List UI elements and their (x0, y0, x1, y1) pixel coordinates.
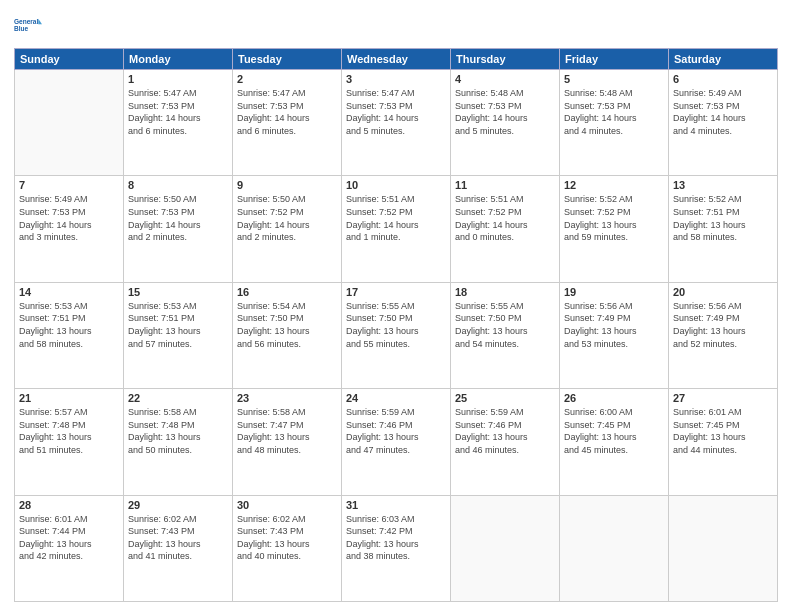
day-info: Sunrise: 5:51 AM Sunset: 7:52 PM Dayligh… (455, 193, 555, 243)
day-number: 15 (128, 286, 228, 298)
day-info: Sunrise: 5:58 AM Sunset: 7:47 PM Dayligh… (237, 406, 337, 456)
day-info: Sunrise: 5:47 AM Sunset: 7:53 PM Dayligh… (237, 87, 337, 137)
day-info: Sunrise: 5:59 AM Sunset: 7:46 PM Dayligh… (346, 406, 446, 456)
day-number: 1 (128, 73, 228, 85)
day-info: Sunrise: 5:56 AM Sunset: 7:49 PM Dayligh… (673, 300, 773, 350)
day-info: Sunrise: 5:55 AM Sunset: 7:50 PM Dayligh… (346, 300, 446, 350)
day-number: 31 (346, 499, 446, 511)
weekday-tuesday: Tuesday (233, 49, 342, 70)
day-number: 25 (455, 392, 555, 404)
calendar-cell: 17Sunrise: 5:55 AM Sunset: 7:50 PM Dayli… (342, 282, 451, 388)
day-info: Sunrise: 5:48 AM Sunset: 7:53 PM Dayligh… (455, 87, 555, 137)
day-info: Sunrise: 5:51 AM Sunset: 7:52 PM Dayligh… (346, 193, 446, 243)
calendar-cell: 26Sunrise: 6:00 AM Sunset: 7:45 PM Dayli… (560, 389, 669, 495)
day-number: 2 (237, 73, 337, 85)
day-number: 20 (673, 286, 773, 298)
day-number: 28 (19, 499, 119, 511)
weekday-wednesday: Wednesday (342, 49, 451, 70)
day-info: Sunrise: 5:53 AM Sunset: 7:51 PM Dayligh… (128, 300, 228, 350)
day-info: Sunrise: 5:47 AM Sunset: 7:53 PM Dayligh… (346, 87, 446, 137)
day-info: Sunrise: 5:48 AM Sunset: 7:53 PM Dayligh… (564, 87, 664, 137)
calendar-cell (451, 495, 560, 601)
day-info: Sunrise: 6:02 AM Sunset: 7:43 PM Dayligh… (237, 513, 337, 563)
day-number: 16 (237, 286, 337, 298)
calendar-cell: 29Sunrise: 6:02 AM Sunset: 7:43 PM Dayli… (124, 495, 233, 601)
calendar-cell: 13Sunrise: 5:52 AM Sunset: 7:51 PM Dayli… (669, 176, 778, 282)
day-info: Sunrise: 5:54 AM Sunset: 7:50 PM Dayligh… (237, 300, 337, 350)
day-number: 22 (128, 392, 228, 404)
day-info: Sunrise: 6:03 AM Sunset: 7:42 PM Dayligh… (346, 513, 446, 563)
calendar-cell: 11Sunrise: 5:51 AM Sunset: 7:52 PM Dayli… (451, 176, 560, 282)
day-number: 8 (128, 179, 228, 191)
calendar-cell: 28Sunrise: 6:01 AM Sunset: 7:44 PM Dayli… (15, 495, 124, 601)
day-info: Sunrise: 6:00 AM Sunset: 7:45 PM Dayligh… (564, 406, 664, 456)
calendar-cell: 25Sunrise: 5:59 AM Sunset: 7:46 PM Dayli… (451, 389, 560, 495)
day-number: 14 (19, 286, 119, 298)
calendar-cell (15, 70, 124, 176)
svg-text:Blue: Blue (14, 25, 28, 32)
week-row-3: 14Sunrise: 5:53 AM Sunset: 7:51 PM Dayli… (15, 282, 778, 388)
day-number: 13 (673, 179, 773, 191)
weekday-thursday: Thursday (451, 49, 560, 70)
day-number: 18 (455, 286, 555, 298)
calendar-cell: 31Sunrise: 6:03 AM Sunset: 7:42 PM Dayli… (342, 495, 451, 601)
day-number: 19 (564, 286, 664, 298)
calendar-cell: 9Sunrise: 5:50 AM Sunset: 7:52 PM Daylig… (233, 176, 342, 282)
calendar-cell: 8Sunrise: 5:50 AM Sunset: 7:53 PM Daylig… (124, 176, 233, 282)
day-info: Sunrise: 5:49 AM Sunset: 7:53 PM Dayligh… (19, 193, 119, 243)
calendar-cell: 7Sunrise: 5:49 AM Sunset: 7:53 PM Daylig… (15, 176, 124, 282)
day-number: 29 (128, 499, 228, 511)
day-info: Sunrise: 5:52 AM Sunset: 7:51 PM Dayligh… (673, 193, 773, 243)
calendar-cell: 24Sunrise: 5:59 AM Sunset: 7:46 PM Dayli… (342, 389, 451, 495)
calendar-cell: 20Sunrise: 5:56 AM Sunset: 7:49 PM Dayli… (669, 282, 778, 388)
day-info: Sunrise: 5:55 AM Sunset: 7:50 PM Dayligh… (455, 300, 555, 350)
day-number: 27 (673, 392, 773, 404)
day-number: 30 (237, 499, 337, 511)
calendar-cell: 23Sunrise: 5:58 AM Sunset: 7:47 PM Dayli… (233, 389, 342, 495)
day-number: 12 (564, 179, 664, 191)
calendar-cell: 21Sunrise: 5:57 AM Sunset: 7:48 PM Dayli… (15, 389, 124, 495)
calendar-cell: 18Sunrise: 5:55 AM Sunset: 7:50 PM Dayli… (451, 282, 560, 388)
day-number: 23 (237, 392, 337, 404)
calendar-cell: 22Sunrise: 5:58 AM Sunset: 7:48 PM Dayli… (124, 389, 233, 495)
weekday-sunday: Sunday (15, 49, 124, 70)
calendar-cell: 6Sunrise: 5:49 AM Sunset: 7:53 PM Daylig… (669, 70, 778, 176)
calendar-cell: 30Sunrise: 6:02 AM Sunset: 7:43 PM Dayli… (233, 495, 342, 601)
day-number: 10 (346, 179, 446, 191)
week-row-4: 21Sunrise: 5:57 AM Sunset: 7:48 PM Dayli… (15, 389, 778, 495)
weekday-saturday: Saturday (669, 49, 778, 70)
calendar-cell: 15Sunrise: 5:53 AM Sunset: 7:51 PM Dayli… (124, 282, 233, 388)
day-info: Sunrise: 5:50 AM Sunset: 7:53 PM Dayligh… (128, 193, 228, 243)
day-number: 6 (673, 73, 773, 85)
day-info: Sunrise: 6:02 AM Sunset: 7:43 PM Dayligh… (128, 513, 228, 563)
calendar-cell: 1Sunrise: 5:47 AM Sunset: 7:53 PM Daylig… (124, 70, 233, 176)
day-info: Sunrise: 5:58 AM Sunset: 7:48 PM Dayligh… (128, 406, 228, 456)
svg-text:General: General (14, 18, 38, 25)
day-info: Sunrise: 5:49 AM Sunset: 7:53 PM Dayligh… (673, 87, 773, 137)
calendar-cell: 12Sunrise: 5:52 AM Sunset: 7:52 PM Dayli… (560, 176, 669, 282)
day-info: Sunrise: 5:53 AM Sunset: 7:51 PM Dayligh… (19, 300, 119, 350)
calendar-cell (560, 495, 669, 601)
day-number: 11 (455, 179, 555, 191)
day-number: 4 (455, 73, 555, 85)
weekday-friday: Friday (560, 49, 669, 70)
day-number: 17 (346, 286, 446, 298)
week-row-5: 28Sunrise: 6:01 AM Sunset: 7:44 PM Dayli… (15, 495, 778, 601)
calendar-cell: 10Sunrise: 5:51 AM Sunset: 7:52 PM Dayli… (342, 176, 451, 282)
calendar-cell: 2Sunrise: 5:47 AM Sunset: 7:53 PM Daylig… (233, 70, 342, 176)
day-number: 3 (346, 73, 446, 85)
header: GeneralBlue (14, 12, 778, 40)
calendar-cell (669, 495, 778, 601)
calendar: SundayMondayTuesdayWednesdayThursdayFrid… (14, 48, 778, 602)
day-number: 21 (19, 392, 119, 404)
calendar-cell: 27Sunrise: 6:01 AM Sunset: 7:45 PM Dayli… (669, 389, 778, 495)
day-number: 24 (346, 392, 446, 404)
day-info: Sunrise: 5:57 AM Sunset: 7:48 PM Dayligh… (19, 406, 119, 456)
day-info: Sunrise: 5:50 AM Sunset: 7:52 PM Dayligh… (237, 193, 337, 243)
day-info: Sunrise: 5:59 AM Sunset: 7:46 PM Dayligh… (455, 406, 555, 456)
day-info: Sunrise: 6:01 AM Sunset: 7:44 PM Dayligh… (19, 513, 119, 563)
week-row-1: 1Sunrise: 5:47 AM Sunset: 7:53 PM Daylig… (15, 70, 778, 176)
logo: GeneralBlue (14, 12, 42, 40)
weekday-header-row: SundayMondayTuesdayWednesdayThursdayFrid… (15, 49, 778, 70)
day-number: 5 (564, 73, 664, 85)
